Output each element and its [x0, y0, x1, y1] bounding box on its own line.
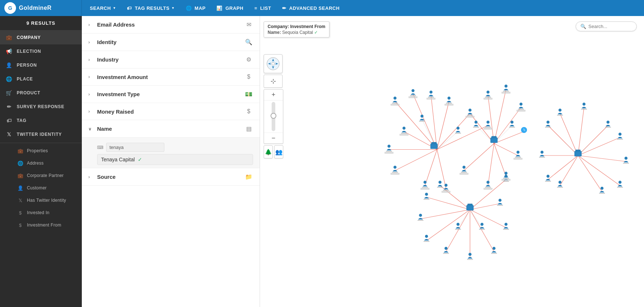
- svg-point-131: [619, 133, 621, 135]
- nav-list[interactable]: ≡ LIST: [249, 0, 276, 16]
- svg-point-97: [516, 151, 519, 154]
- nav-tag-results[interactable]: 🏷 TAG RESULTS ▼: [122, 0, 180, 16]
- list-icon: ≡: [254, 5, 257, 11]
- svg-rect-148: [455, 133, 461, 134]
- properties-icon: 💼: [17, 148, 23, 154]
- sidebar-sub-twitter[interactable]: 𝕏 Has Twitter Identity: [0, 194, 82, 206]
- sidebar-item-place[interactable]: 🌐 PLACE: [0, 72, 82, 86]
- person-node: [446, 97, 452, 103]
- tree-view-button[interactable]: 🌲: [264, 145, 273, 158]
- svg-rect-92: [503, 91, 509, 92]
- svg-line-24: [488, 143, 494, 186]
- sidebar-sub-address[interactable]: 🌐 Address: [0, 157, 82, 169]
- svg-rect-132: [617, 139, 623, 140]
- sidebar-item-person[interactable]: 👤 PERSON: [0, 58, 82, 72]
- svg-line-46: [578, 138, 620, 156]
- person-icon: 👤: [6, 62, 12, 68]
- svg-line-51: [548, 156, 578, 180]
- svg-point-85: [424, 181, 427, 184]
- pencil-icon: ✏: [6, 103, 12, 110]
- money-icon: 💵: [244, 91, 253, 98]
- person-node: [545, 121, 551, 127]
- zoom-thumb[interactable]: [271, 113, 276, 119]
- svg-rect-172: [516, 110, 525, 112]
- svg-point-151: [511, 121, 513, 123]
- person-node: [473, 121, 479, 127]
- name-filter-expanded: ⌨ Tenaya Capital ✓: [82, 138, 260, 168]
- svg-line-9: [437, 102, 449, 150]
- filter-identity[interactable]: › Identity 🔍: [82, 34, 260, 51]
- svg-line-44: [578, 107, 584, 156]
- dollar-money-icon: $: [244, 108, 253, 115]
- nav-advanced-search[interactable]: ✏ ADVANCED SEARCH: [277, 0, 345, 16]
- address-icon: 🌐: [17, 160, 23, 166]
- svg-point-129: [607, 121, 609, 123]
- svg-line-7: [413, 94, 437, 150]
- filter-money-raised[interactable]: › Money Raised $: [82, 103, 260, 120]
- logo-area: G GoldmineR: [0, 0, 82, 16]
- svg-rect-76: [467, 115, 473, 116]
- inv-type-chevron: ›: [88, 92, 93, 97]
- table-icon: ▤: [244, 125, 253, 132]
- zoom-in-button[interactable]: +: [264, 90, 283, 101]
- select-tool-button[interactable]: ⊹: [264, 75, 283, 88]
- envelope-icon: ✉: [244, 21, 253, 28]
- nav-graph[interactable]: 📊 GRAPH: [211, 0, 248, 16]
- svg-point-83: [393, 166, 396, 169]
- svg-rect-120: [497, 205, 503, 206]
- zoom-slider[interactable]: + −: [264, 89, 283, 144]
- nav-search[interactable]: SEARCH ▼: [85, 0, 121, 16]
- svg-rect-173: [513, 158, 523, 160]
- network-view-button[interactable]: 👥: [274, 145, 283, 158]
- filter-source[interactable]: › Source 📁: [82, 168, 260, 186]
- sidebar-item-tag[interactable]: 🏷 TAG: [0, 114, 82, 127]
- sidebar-sub-investment-from[interactable]: $ Investment From: [0, 219, 82, 231]
- filter-name[interactable]: ∨ Name ▤: [82, 120, 260, 138]
- gear-icon: ⚙: [244, 56, 253, 63]
- nav-map[interactable]: 🌐 MAP: [181, 0, 211, 16]
- svg-point-157: [480, 223, 483, 226]
- source-chevron: ›: [88, 174, 93, 180]
- filter-email-address[interactable]: › Email Address ✉: [82, 16, 260, 34]
- sidebar-item-survey-response[interactable]: ✏ SURVEY RESPONSE: [0, 100, 82, 114]
- sidebar-sub-corporate-partner[interactable]: 💼 Corporate Partner: [0, 169, 82, 182]
- sidebar-item-product[interactable]: 🛒 PRODUCT: [0, 86, 82, 100]
- svg-rect-60: [491, 138, 497, 142]
- svg-rect-152: [509, 127, 515, 128]
- compass-control[interactable]: [264, 54, 283, 73]
- person-node: [509, 121, 515, 127]
- svg-line-43: [560, 114, 578, 156]
- map-icon: 🌐: [186, 5, 192, 11]
- svg-rect-66: [575, 151, 581, 156]
- svg-rect-165: [400, 134, 409, 136]
- svg-rect-106: [424, 199, 430, 200]
- svg-point-67: [393, 97, 396, 99]
- svg-rect-130: [605, 127, 611, 128]
- tooltip-label: Name:: [268, 30, 281, 35]
- sidebar-item-company[interactable]: 💼 COMPANY: [0, 31, 82, 44]
- person-node: [503, 84, 509, 91]
- filter-investment-type[interactable]: › Investment Type 💵: [82, 86, 260, 103]
- svg-line-16: [437, 150, 446, 189]
- filter-industry[interactable]: › Industry ⚙: [82, 51, 260, 68]
- graph-nav-icon: 📊: [216, 5, 223, 11]
- svg-point-101: [487, 181, 489, 184]
- svg-rect-140: [557, 187, 563, 188]
- svg-point-135: [619, 181, 621, 184]
- search-caret: ▼: [113, 6, 116, 10]
- svg-rect-63: [467, 205, 473, 210]
- sidebar-item-twitter-identity[interactable]: 𝕏 TWITTER IDENTITY: [0, 127, 82, 141]
- person-node: [392, 97, 398, 103]
- sidebar-item-election[interactable]: 📢 ELECTION: [0, 44, 82, 58]
- sidebar-sub-invested-in[interactable]: $ Invested In: [0, 206, 82, 219]
- sidebar-sub-properties[interactable]: 💼 Properties: [0, 145, 82, 157]
- name-text-input[interactable]: [106, 143, 164, 152]
- person-node: [539, 151, 545, 158]
- email-chevron: ›: [88, 22, 93, 27]
- zoom-out-button[interactable]: −: [264, 133, 283, 143]
- svg-point-133: [624, 157, 627, 160]
- svg-point-77: [487, 121, 489, 123]
- svg-line-27: [428, 198, 470, 210]
- sidebar-sub-customer[interactable]: 👤 Customer: [0, 182, 82, 194]
- filter-investment-amount[interactable]: › Investment Amount $: [82, 68, 260, 86]
